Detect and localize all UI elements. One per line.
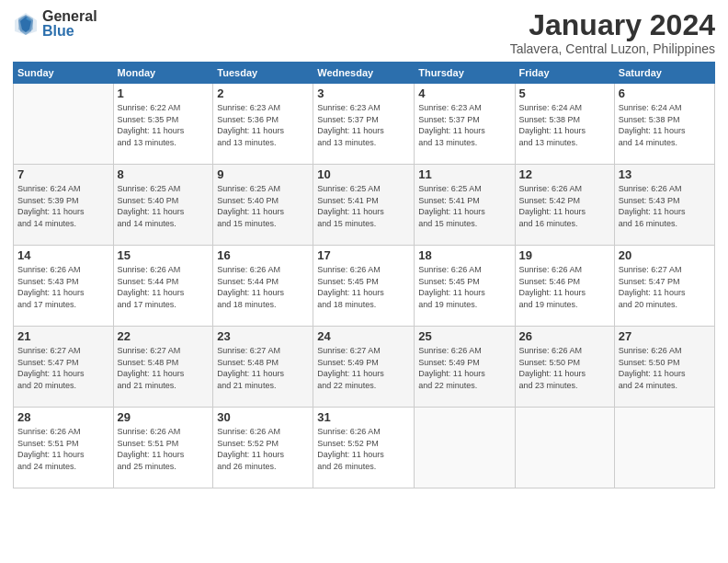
calendar-cell: 20Sunrise: 6:27 AMSunset: 5:47 PMDayligh… — [614, 246, 714, 327]
page: General Blue January 2024 Talavera, Cent… — [0, 0, 728, 563]
day-info: Sunrise: 6:26 AMSunset: 5:50 PMDaylight:… — [519, 345, 610, 391]
calendar-cell: 23Sunrise: 6:27 AMSunset: 5:48 PMDayligh… — [213, 327, 313, 408]
day-info: Sunrise: 6:26 AMSunset: 5:45 PMDaylight:… — [418, 264, 510, 310]
calendar-cell: 28Sunrise: 6:26 AMSunset: 5:51 PMDayligh… — [14, 408, 114, 488]
day-number: 14 — [17, 248, 109, 262]
logo-text: General Blue — [42, 9, 97, 39]
day-number: 9 — [217, 167, 309, 181]
calendar-cell: 16Sunrise: 6:26 AMSunset: 5:44 PMDayligh… — [213, 246, 313, 327]
calendar-cell: 30Sunrise: 6:26 AMSunset: 5:52 PMDayligh… — [213, 408, 313, 488]
day-info: Sunrise: 6:26 AMSunset: 5:42 PMDaylight:… — [519, 183, 610, 229]
calendar-header: SundayMondayTuesdayWednesdayThursdayFrid… — [14, 63, 715, 84]
logo-general-text: General — [42, 9, 97, 24]
calendar-week-row: 14Sunrise: 6:26 AMSunset: 5:43 PMDayligh… — [14, 246, 715, 327]
day-info: Sunrise: 6:23 AMSunset: 5:36 PMDaylight:… — [217, 102, 309, 148]
day-info: Sunrise: 6:26 AMSunset: 5:50 PMDaylight:… — [619, 345, 711, 391]
main-title: January 2024 — [510, 9, 715, 41]
day-number: 27 — [619, 329, 711, 343]
calendar-cell: 22Sunrise: 6:27 AMSunset: 5:48 PMDayligh… — [113, 327, 213, 408]
day-info: Sunrise: 6:26 AMSunset: 5:44 PMDaylight:… — [118, 264, 210, 310]
weekday-header: Saturday — [614, 63, 714, 84]
weekday-header: Sunday — [14, 63, 114, 84]
weekday-header: Wednesday — [313, 63, 415, 84]
day-info: Sunrise: 6:26 AMSunset: 5:52 PMDaylight:… — [317, 426, 410, 472]
calendar-cell — [14, 84, 114, 165]
day-info: Sunrise: 6:26 AMSunset: 5:51 PMDaylight:… — [118, 426, 210, 472]
day-number: 11 — [418, 167, 510, 181]
day-number: 5 — [519, 86, 610, 100]
day-number: 29 — [118, 410, 210, 424]
day-info: Sunrise: 6:26 AMSunset: 5:51 PMDaylight:… — [17, 426, 109, 472]
calendar-cell: 24Sunrise: 6:27 AMSunset: 5:49 PMDayligh… — [313, 327, 415, 408]
day-number: 26 — [519, 329, 610, 343]
calendar-cell: 3Sunrise: 6:23 AMSunset: 5:37 PMDaylight… — [313, 84, 415, 165]
day-number: 1 — [118, 86, 210, 100]
day-number: 17 — [317, 248, 410, 262]
day-number: 8 — [118, 167, 210, 181]
calendar-week-row: 7Sunrise: 6:24 AMSunset: 5:39 PMDaylight… — [14, 165, 715, 246]
weekday-header: Friday — [515, 63, 614, 84]
day-number: 4 — [418, 86, 510, 100]
day-number: 24 — [317, 329, 410, 343]
calendar-cell: 19Sunrise: 6:26 AMSunset: 5:46 PMDayligh… — [515, 246, 614, 327]
day-info: Sunrise: 6:27 AMSunset: 5:47 PMDaylight:… — [17, 345, 109, 391]
calendar-cell: 9Sunrise: 6:25 AMSunset: 5:40 PMDaylight… — [213, 165, 313, 246]
day-info: Sunrise: 6:26 AMSunset: 5:49 PMDaylight:… — [418, 345, 510, 391]
day-number: 30 — [217, 410, 309, 424]
day-info: Sunrise: 6:24 AMSunset: 5:38 PMDaylight:… — [619, 102, 711, 148]
calendar-cell: 25Sunrise: 6:26 AMSunset: 5:49 PMDayligh… — [415, 327, 515, 408]
day-info: Sunrise: 6:26 AMSunset: 5:52 PMDaylight:… — [217, 426, 309, 472]
day-info: Sunrise: 6:25 AMSunset: 5:41 PMDaylight:… — [317, 183, 410, 229]
calendar-cell — [415, 408, 515, 488]
calendar-cell: 7Sunrise: 6:24 AMSunset: 5:39 PMDaylight… — [14, 165, 114, 246]
day-info: Sunrise: 6:22 AMSunset: 5:35 PMDaylight:… — [118, 102, 210, 148]
day-info: Sunrise: 6:26 AMSunset: 5:45 PMDaylight:… — [317, 264, 410, 310]
day-info: Sunrise: 6:26 AMSunset: 5:43 PMDaylight:… — [619, 183, 711, 229]
calendar-cell: 12Sunrise: 6:26 AMSunset: 5:42 PMDayligh… — [515, 165, 614, 246]
calendar-cell: 17Sunrise: 6:26 AMSunset: 5:45 PMDayligh… — [313, 246, 415, 327]
day-number: 15 — [118, 248, 210, 262]
calendar-cell: 6Sunrise: 6:24 AMSunset: 5:38 PMDaylight… — [614, 84, 714, 165]
calendar-cell: 14Sunrise: 6:26 AMSunset: 5:43 PMDayligh… — [14, 246, 114, 327]
day-info: Sunrise: 6:26 AMSunset: 5:44 PMDaylight:… — [217, 264, 309, 310]
day-number: 2 — [217, 86, 309, 100]
day-number: 18 — [418, 248, 510, 262]
calendar-cell: 8Sunrise: 6:25 AMSunset: 5:40 PMDaylight… — [113, 165, 213, 246]
day-number: 31 — [317, 410, 410, 424]
calendar-week-row: 1Sunrise: 6:22 AMSunset: 5:35 PMDaylight… — [14, 84, 715, 165]
calendar-body: 1Sunrise: 6:22 AMSunset: 5:35 PMDaylight… — [14, 84, 715, 488]
calendar-cell: 18Sunrise: 6:26 AMSunset: 5:45 PMDayligh… — [415, 246, 515, 327]
day-number: 16 — [217, 248, 309, 262]
calendar-cell — [515, 408, 614, 488]
day-info: Sunrise: 6:23 AMSunset: 5:37 PMDaylight:… — [317, 102, 410, 148]
day-number: 25 — [418, 329, 510, 343]
calendar-cell: 2Sunrise: 6:23 AMSunset: 5:36 PMDaylight… — [213, 84, 313, 165]
calendar-cell: 26Sunrise: 6:26 AMSunset: 5:50 PMDayligh… — [515, 327, 614, 408]
day-info: Sunrise: 6:26 AMSunset: 5:43 PMDaylight:… — [17, 264, 109, 310]
day-info: Sunrise: 6:27 AMSunset: 5:48 PMDaylight:… — [217, 345, 309, 391]
subtitle: Talavera, Central Luzon, Philippines — [510, 41, 715, 56]
logo-blue-text: Blue — [42, 24, 97, 39]
day-info: Sunrise: 6:23 AMSunset: 5:37 PMDaylight:… — [418, 102, 510, 148]
weekday-header: Tuesday — [213, 63, 313, 84]
calendar-week-row: 28Sunrise: 6:26 AMSunset: 5:51 PMDayligh… — [14, 408, 715, 488]
day-info: Sunrise: 6:25 AMSunset: 5:40 PMDaylight:… — [217, 183, 309, 229]
header: General Blue January 2024 Talavera, Cent… — [13, 9, 715, 56]
calendar-cell: 10Sunrise: 6:25 AMSunset: 5:41 PMDayligh… — [313, 165, 415, 246]
day-number: 10 — [317, 167, 410, 181]
calendar-week-row: 21Sunrise: 6:27 AMSunset: 5:47 PMDayligh… — [14, 327, 715, 408]
calendar-cell: 13Sunrise: 6:26 AMSunset: 5:43 PMDayligh… — [614, 165, 714, 246]
calendar-cell: 4Sunrise: 6:23 AMSunset: 5:37 PMDaylight… — [415, 84, 515, 165]
logo-icon — [13, 11, 39, 37]
calendar-cell: 21Sunrise: 6:27 AMSunset: 5:47 PMDayligh… — [14, 327, 114, 408]
day-info: Sunrise: 6:24 AMSunset: 5:38 PMDaylight:… — [519, 102, 610, 148]
title-area: January 2024 Talavera, Central Luzon, Ph… — [510, 9, 715, 56]
day-info: Sunrise: 6:25 AMSunset: 5:41 PMDaylight:… — [418, 183, 510, 229]
day-number: 22 — [118, 329, 210, 343]
day-info: Sunrise: 6:25 AMSunset: 5:40 PMDaylight:… — [118, 183, 210, 229]
calendar-cell: 1Sunrise: 6:22 AMSunset: 5:35 PMDaylight… — [113, 84, 213, 165]
day-number: 23 — [217, 329, 309, 343]
day-number: 19 — [519, 248, 610, 262]
day-info: Sunrise: 6:27 AMSunset: 5:48 PMDaylight:… — [118, 345, 210, 391]
day-number: 28 — [17, 410, 109, 424]
